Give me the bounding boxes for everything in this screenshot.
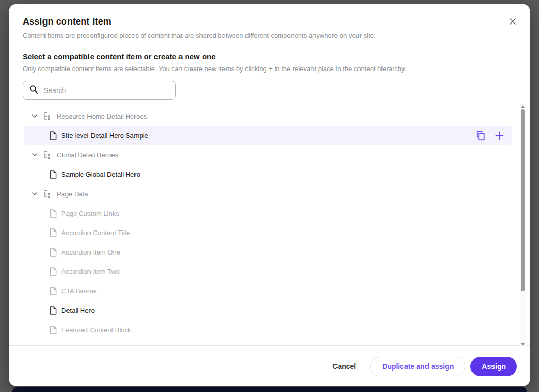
tree-item-row: CTA Banner bbox=[9, 281, 530, 301]
search-input[interactable] bbox=[43, 86, 169, 95]
tree-item-label: Detail Hero bbox=[61, 307, 95, 314]
tree-group-row[interactable]: Page Data bbox=[9, 184, 530, 203]
assign-content-item-dialog: Assign content item Content items are pr… bbox=[9, 4, 530, 386]
tree-item-row: Accordion Item One bbox=[9, 242, 530, 262]
tree-item-label: Site-level Detail Hero Sample bbox=[61, 132, 148, 140]
add-icon[interactable] bbox=[495, 131, 504, 140]
close-button[interactable] bbox=[507, 16, 519, 28]
scroll-down-arrow-icon[interactable] bbox=[521, 343, 525, 346]
document-icon bbox=[50, 228, 57, 237]
scroll-up-arrow-icon[interactable] bbox=[521, 105, 525, 108]
dialog-header: Assign content item Content items are pr… bbox=[9, 4, 530, 39]
section-heading: Select a compatible content item or crea… bbox=[9, 52, 530, 61]
tree-group-row[interactable]: Global Detail Heroes bbox=[9, 145, 530, 165]
tree-item-label: Page Custom Links bbox=[61, 210, 119, 217]
row-actions bbox=[476, 130, 512, 141]
document-icon bbox=[50, 267, 57, 276]
search-box bbox=[23, 81, 176, 100]
document-icon bbox=[50, 306, 57, 315]
document-icon bbox=[50, 345, 57, 347]
tree-group-label: Page Data bbox=[57, 190, 88, 198]
tree-item-label: CTA Banner bbox=[61, 287, 97, 295]
document-icon bbox=[50, 131, 57, 140]
tree-scrollbar[interactable] bbox=[520, 104, 526, 348]
chevron-down-icon[interactable] bbox=[32, 113, 38, 119]
dialog-title: Assign content item bbox=[23, 16, 516, 27]
section-description: Only compatible content items are select… bbox=[9, 65, 530, 73]
tree-item-label: Featured Content Block bbox=[61, 326, 131, 334]
dialog-footer: Cancel Duplicate and assign Assign bbox=[9, 347, 530, 386]
tree-group-label: Global Detail Heroes bbox=[57, 151, 118, 159]
tree-group-row[interactable]: Resource Home Detail Heroes bbox=[9, 106, 530, 126]
content-group-icon bbox=[43, 112, 51, 120]
duplicate-and-assign-button[interactable]: Duplicate and assign bbox=[370, 357, 465, 376]
tree-item-label: Pencil CTA Banner bbox=[61, 345, 117, 347]
document-icon bbox=[50, 170, 57, 179]
document-icon bbox=[50, 248, 57, 257]
dialog-description: Content items are preconfigured pieces o… bbox=[23, 32, 516, 39]
document-icon bbox=[50, 209, 57, 218]
tree-item-label: Accordion Item Two bbox=[61, 268, 120, 275]
chevron-down-icon[interactable] bbox=[32, 191, 38, 197]
tree-item-label: Accordion Item One bbox=[61, 248, 120, 256]
tree-item-row[interactable]: Site-level Detail Hero Sample bbox=[24, 126, 512, 145]
tree-item-row: Pencil CTA Banner bbox=[9, 339, 530, 346]
document-icon bbox=[50, 326, 57, 334]
duplicate-icon[interactable] bbox=[476, 130, 486, 141]
tree-item-label: Accordion Content Title bbox=[61, 229, 130, 237]
tree-item-row: Accordion Content Title bbox=[9, 223, 530, 242]
document-icon bbox=[50, 287, 57, 295]
content-group-icon bbox=[43, 190, 51, 198]
chevron-down-icon[interactable] bbox=[32, 152, 38, 158]
underlying-page-bar bbox=[12, 387, 527, 392]
tree-group-label: Resource Home Detail Heroes bbox=[57, 112, 147, 120]
close-icon bbox=[509, 18, 516, 27]
cancel-button[interactable]: Cancel bbox=[332, 362, 356, 371]
content-group-icon bbox=[43, 151, 51, 159]
assign-button[interactable]: Assign bbox=[470, 357, 517, 376]
scrollbar-thumb[interactable] bbox=[521, 109, 525, 291]
search-icon bbox=[29, 85, 38, 96]
tree-item-row: Page Custom Links bbox=[9, 203, 530, 223]
tree-item-row: Accordion Item Two bbox=[9, 262, 530, 281]
tree-item-row[interactable]: Sample Global Detail Hero bbox=[9, 165, 530, 184]
tree-item-row: Featured Content Block bbox=[9, 320, 530, 339]
tree-item-row[interactable]: Detail Hero bbox=[9, 301, 530, 320]
content-item-tree: Resource Home Detail HeroesSite-level De… bbox=[9, 102, 530, 346]
tree-item-label: Sample Global Detail Hero bbox=[61, 171, 140, 178]
